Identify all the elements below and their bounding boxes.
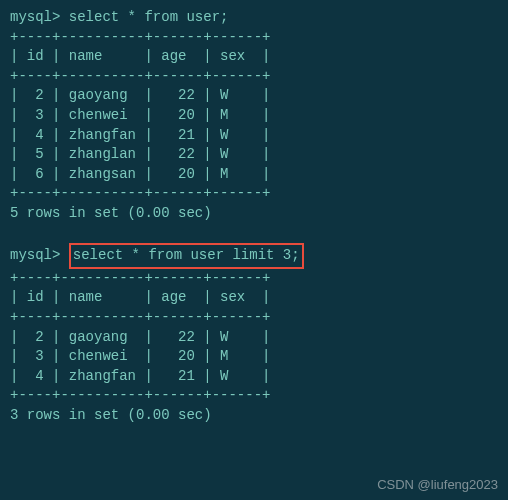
table-row: | 5 | zhanglan | 22 | W | xyxy=(10,145,498,165)
table-row: | 4 | zhangfan | 21 | W | xyxy=(10,126,498,146)
table-border-top-2: +----+----------+------+------+ xyxy=(10,269,498,289)
table-border-bot-2: +----+----------+------+------+ xyxy=(10,386,498,406)
table-row: | 3 | chenwei | 20 | M | xyxy=(10,106,498,126)
blank-line xyxy=(10,224,498,244)
watermark: CSDN @liufeng2023 xyxy=(377,476,498,494)
table-border-bot-1: +----+----------+------+------+ xyxy=(10,184,498,204)
table-border-top-1: +----+----------+------+------+ xyxy=(10,28,498,48)
mysql-prompt-line-2[interactable]: mysql> select * from user limit 3; xyxy=(10,243,498,269)
highlighted-sql-query: select * from user limit 3; xyxy=(69,243,304,269)
status-line-2: 3 rows in set (0.00 sec) xyxy=(10,406,498,426)
table-row: | 6 | zhangsan | 20 | M | xyxy=(10,165,498,185)
table-row: | 3 | chenwei | 20 | M | xyxy=(10,347,498,367)
mysql-prompt: mysql> xyxy=(10,8,69,28)
mysql-prompt: mysql> xyxy=(10,246,69,266)
table-header-1: | id | name | age | sex | xyxy=(10,47,498,67)
sql-query-1: select * from user; xyxy=(69,8,229,28)
table-row: | 4 | zhangfan | 21 | W | xyxy=(10,367,498,387)
status-line-1: 5 rows in set (0.00 sec) xyxy=(10,204,498,224)
table-border-mid-1: +----+----------+------+------+ xyxy=(10,67,498,87)
mysql-prompt-line-1[interactable]: mysql> select * from user; xyxy=(10,8,498,28)
table-header-2: | id | name | age | sex | xyxy=(10,288,498,308)
table-border-mid-2: +----+----------+------+------+ xyxy=(10,308,498,328)
table-row: | 2 | gaoyang | 22 | W | xyxy=(10,86,498,106)
table-row: | 2 | gaoyang | 22 | W | xyxy=(10,328,498,348)
